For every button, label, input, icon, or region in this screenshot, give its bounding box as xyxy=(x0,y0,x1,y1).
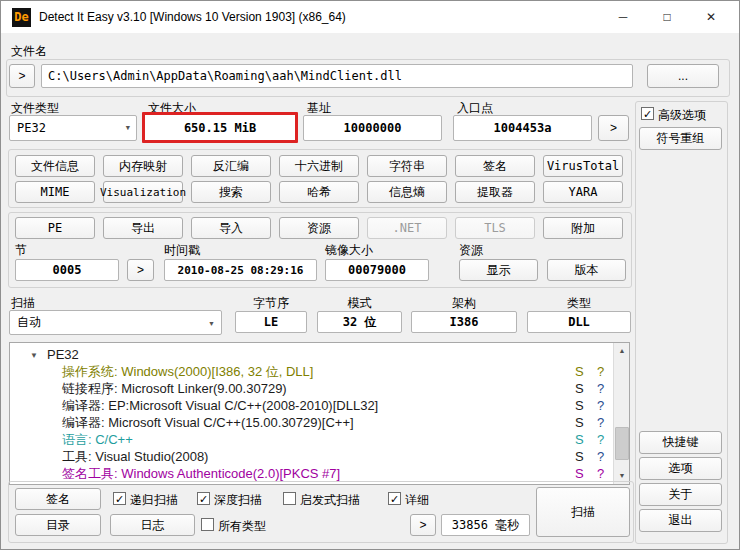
open-file-chevron-button[interactable]: > xyxy=(9,64,35,88)
verbose-checkbox[interactable]: ✓ xyxy=(388,492,401,505)
heuristic-scan-label: 启发式扫描 xyxy=(300,492,360,509)
info-link[interactable]: ? xyxy=(597,465,604,482)
dotnet-button: .NET xyxy=(367,217,447,239)
demangle-button[interactable]: 符号重组 xyxy=(639,127,722,150)
file-path-input[interactable]: C:\Users\Admin\AppData\Roaming\aah\MindC… xyxy=(41,64,633,88)
disasm-button[interactable]: 反汇编 xyxy=(191,155,271,177)
signature-link[interactable]: S xyxy=(575,363,584,380)
tree-row[interactable]: 编译器: Microsoft Visual C/C++(15.00.30729)… xyxy=(10,414,610,431)
maximize-button[interactable]: □ xyxy=(645,1,689,33)
detection-text: 工具: Visual Studio(2008) xyxy=(62,448,208,465)
mime-button[interactable]: MIME xyxy=(15,181,95,203)
close-button[interactable]: ✕ xyxy=(689,1,733,33)
extractor-button[interactable]: 提取器 xyxy=(455,181,535,203)
log-button[interactable]: 日志 xyxy=(110,514,195,536)
recursive-scan-checkbox[interactable]: ✓ xyxy=(113,492,126,505)
file-info-button[interactable]: 文件信息 xyxy=(15,155,95,177)
arch-value: I386 xyxy=(411,311,517,333)
browse-button[interactable]: ... xyxy=(647,64,719,88)
entry-point-chevron-button[interactable]: > xyxy=(598,115,629,141)
info-link[interactable]: ? xyxy=(597,448,604,465)
yara-button[interactable]: YARA xyxy=(543,181,623,203)
signatures-db-button[interactable]: 签名 xyxy=(15,488,101,510)
tree-row[interactable]: 语言: C/C++S? xyxy=(10,431,610,448)
hex-button[interactable]: 十六进制 xyxy=(279,155,359,177)
scroll-up-icon[interactable]: ▲ xyxy=(614,343,630,359)
chevron-down-icon: ▼ xyxy=(126,124,130,132)
timestamp-value[interactable]: 2010-08-25 08:29:16 xyxy=(164,259,317,281)
detection-text: 编译器: EP:Microsoft Visual C/C++(2008-2010… xyxy=(62,397,378,414)
type-value: DLL xyxy=(527,311,631,333)
window-title: Detect It Easy v3.10 [Windows 10 Version… xyxy=(39,1,346,33)
strings-button[interactable]: 字符串 xyxy=(367,155,447,177)
version-button[interactable]: 版本 xyxy=(547,259,626,281)
detection-text: 操作系统: Windows(2000)[I386, 32 位, DLL] xyxy=(62,363,313,380)
image-size-value[interactable]: 00079000 xyxy=(325,259,429,281)
file-type-select[interactable]: PE32 ▼ xyxy=(9,115,137,141)
resources-label: 资源 xyxy=(459,242,483,259)
export-button[interactable]: 导出 xyxy=(103,217,183,239)
signature-link[interactable]: S xyxy=(575,465,584,482)
search-button[interactable]: 搜索 xyxy=(191,181,271,203)
import-button[interactable]: 导入 xyxy=(191,217,271,239)
base-address-value[interactable]: 10000000 xyxy=(303,115,442,141)
signature-link[interactable]: S xyxy=(575,431,584,448)
expander-icon[interactable]: ▼ xyxy=(30,347,38,364)
tree-row[interactable]: 链接程序: Microsoft Linker(9.00.30729)S? xyxy=(10,380,610,397)
tree-row[interactable]: 操作系统: Windows(2000)[I386, 32 位, DLL]S? xyxy=(10,363,610,380)
directory-button[interactable]: 目录 xyxy=(15,514,101,536)
deep-scan-label: 深度扫描 xyxy=(214,492,262,509)
signature-link[interactable]: S xyxy=(575,414,584,431)
mode-value: 32 位 xyxy=(317,311,402,333)
info-link[interactable]: ? xyxy=(597,431,604,448)
recursive-scan-label: 递归扫描 xyxy=(130,492,178,509)
entropy-button[interactable]: 信息熵 xyxy=(367,181,447,203)
type-label: 类型 xyxy=(527,295,631,312)
arch-label: 架构 xyxy=(411,295,517,312)
signature-link[interactable]: S xyxy=(575,448,584,465)
endianness-label: 字节序 xyxy=(235,295,307,312)
sections-count-value[interactable]: 0005 xyxy=(15,259,119,281)
tree-row[interactable]: 编译器: EP:Microsoft Visual C/C++(2008-2010… xyxy=(10,397,610,414)
tree-row[interactable]: 工具: Visual Studio(2008)S? xyxy=(10,448,610,465)
shortcuts-button[interactable]: 快捷键 xyxy=(639,431,722,454)
image-size-label: 镜像大小 xyxy=(325,242,373,259)
deep-scan-checkbox[interactable]: ✓ xyxy=(197,492,210,505)
signatures-button[interactable]: 签名 xyxy=(455,155,535,177)
pe-button[interactable]: PE xyxy=(15,217,95,239)
sections-chevron-button[interactable]: > xyxy=(127,259,154,281)
signature-link[interactable]: S xyxy=(575,397,584,414)
overlay-button[interactable]: 附加 xyxy=(543,217,623,239)
hash-button[interactable]: 哈希 xyxy=(279,181,359,203)
tree-row[interactable]: 签名工具: Windows Authenticode(2.0)[PKCS #7]… xyxy=(10,465,610,482)
mode-label: 模式 xyxy=(317,295,402,312)
visualization-button[interactable]: Visualization xyxy=(103,181,183,203)
memory-map-button[interactable]: 内存映射 xyxy=(103,155,183,177)
info-link[interactable]: ? xyxy=(597,380,604,397)
exit-button[interactable]: 退出 xyxy=(639,509,722,532)
all-types-label: 所有类型 xyxy=(218,518,266,535)
minimize-button[interactable]: ─ xyxy=(601,1,645,33)
about-button[interactable]: 关于 xyxy=(639,483,722,506)
advanced-options-checkbox[interactable]: ✓ xyxy=(641,107,654,120)
elapsed-chevron-button[interactable]: > xyxy=(410,514,436,536)
manifest-show-button[interactable]: 显示 xyxy=(459,259,538,281)
entry-point-value[interactable]: 1004453a xyxy=(453,115,592,141)
resources-button[interactable]: 资源 xyxy=(279,217,359,239)
verbose-label: 详细 xyxy=(405,492,429,509)
signature-link[interactable]: S xyxy=(575,380,584,397)
info-link[interactable]: ? xyxy=(597,363,604,380)
detection-text: 语言: C/C++ xyxy=(62,431,133,448)
info-link[interactable]: ? xyxy=(597,397,604,414)
all-types-checkbox[interactable] xyxy=(201,518,214,531)
tree-scrollbar[interactable]: ▲ ▼ xyxy=(613,343,629,484)
virustotal-button[interactable]: VirusTotal xyxy=(543,155,623,177)
heuristic-scan-checkbox[interactable] xyxy=(283,492,296,505)
tree-root-row[interactable]: ▼ PE32 xyxy=(10,346,610,363)
scan-results-tree[interactable]: ▼ PE32 操作系统: Windows(2000)[I386, 32 位, D… xyxy=(9,342,630,485)
info-link[interactable]: ? xyxy=(597,414,604,431)
scan-engine-select[interactable]: 自动 ▼ xyxy=(9,310,222,335)
scan-button[interactable]: 扫描 xyxy=(536,487,630,537)
options-button[interactable]: 选项 xyxy=(639,457,722,480)
scrollbar-thumb[interactable] xyxy=(615,427,629,460)
